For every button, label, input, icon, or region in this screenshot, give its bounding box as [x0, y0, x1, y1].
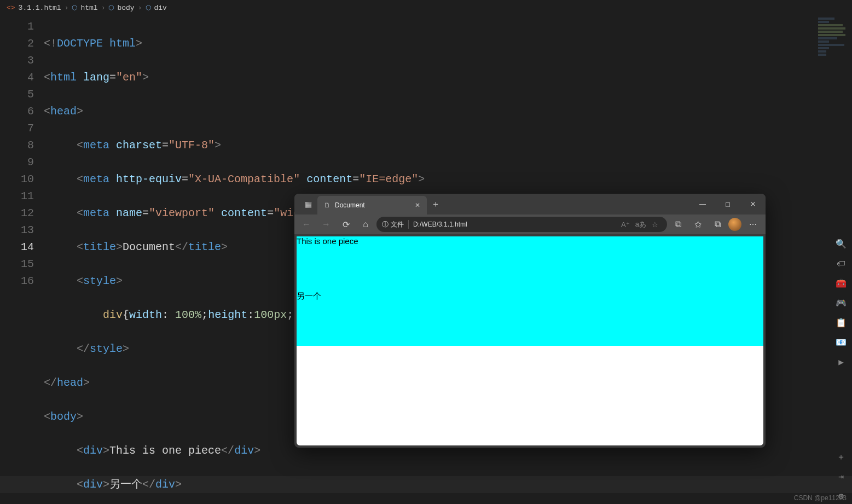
- more-menu-button[interactable]: ⋯: [744, 220, 762, 229]
- breadcrumb: <> 3.1.1.html › ⬡ html › ⬡ body › ⬡ div: [0, 0, 852, 15]
- breadcrumb-item[interactable]: html: [80, 4, 97, 12]
- browser-window: ▦ 🗋 Document ✕ ＋ ― ◻ ✕ ← → ⟳ ⌂ ⓘ 文件 D:/W…: [294, 194, 766, 448]
- search-icon[interactable]: 🔍: [836, 239, 847, 250]
- reader-icon[interactable]: A⁺: [621, 221, 630, 229]
- url-text: D:/WEB/3.1.1.html: [413, 221, 467, 228]
- refresh-button[interactable]: ⟳: [337, 216, 355, 233]
- tab-title: Document: [335, 201, 365, 209]
- minimize-button[interactable]: ―: [690, 194, 715, 215]
- tag-icon: ⬡: [146, 4, 151, 12]
- address-toolbar: ← → ⟳ ⌂ ⓘ 文件 D:/WEB/3.1.1.html A⁺ aあ ☆ ⧉…: [294, 215, 766, 234]
- maximize-button[interactable]: ◻: [715, 194, 740, 215]
- hide-sidebar-icon[interactable]: ⇥: [836, 471, 847, 482]
- browser-viewport[interactable]: This is one piece 另一个: [297, 236, 763, 445]
- browser-titlebar: ▦ 🗋 Document ✕ ＋ ― ◻ ✕: [294, 194, 766, 215]
- line-number-gutter: 1 2 3 4 5 6 7 8 9 10 11 12 13 14 15 16: [0, 15, 44, 504]
- outlook-icon[interactable]: 📧: [836, 337, 847, 348]
- add-icon[interactable]: ＋: [836, 451, 847, 462]
- youtube-icon[interactable]: ▶: [836, 357, 847, 368]
- forward-button: →: [317, 216, 335, 233]
- tag-icon: ⬡: [108, 4, 114, 12]
- office-icon[interactable]: 📋: [836, 317, 847, 328]
- page-div-2: 另一个: [297, 291, 763, 346]
- edge-sidebar: 🔍 🏷 🧰 🎮 📋 📧 ▶ ＋ ⇥ ⚙: [830, 230, 852, 502]
- shopping-icon[interactable]: 🏷: [836, 258, 847, 269]
- file-icon: <>: [7, 4, 15, 12]
- close-tab-icon[interactable]: ✕: [415, 201, 420, 209]
- profile-avatar[interactable]: [728, 218, 741, 231]
- active-line-highlight: [0, 476, 852, 493]
- translate-icon[interactable]: aあ: [635, 219, 646, 229]
- close-window-button[interactable]: ✕: [740, 194, 766, 215]
- page-icon: 🗋: [324, 201, 331, 209]
- tools-icon[interactable]: 🧰: [836, 278, 847, 289]
- new-tab-button[interactable]: ＋: [427, 194, 444, 215]
- home-button[interactable]: ⌂: [357, 216, 374, 233]
- collections-icon[interactable]: ⧉: [709, 216, 726, 233]
- tab-actions-icon[interactable]: ▦: [299, 194, 317, 215]
- breadcrumb-item[interactable]: body: [117, 4, 134, 12]
- extensions-icon[interactable]: ⧉: [669, 216, 687, 233]
- breadcrumb-item[interactable]: div: [154, 4, 167, 12]
- tag-icon: ⬡: [72, 4, 77, 12]
- favorites-icon[interactable]: ✩: [689, 216, 706, 233]
- file-label: 文件: [391, 220, 404, 229]
- back-button[interactable]: ←: [298, 216, 315, 233]
- breadcrumb-file[interactable]: 3.1.1.html: [19, 4, 61, 12]
- minimap[interactable]: [818, 18, 849, 56]
- page-div-1: This is one piece: [297, 236, 763, 291]
- info-icon[interactable]: ⓘ: [382, 220, 389, 229]
- browser-tab[interactable]: 🗋 Document ✕: [317, 196, 427, 215]
- watermark: CSDN @pe11223: [794, 494, 847, 502]
- favorite-icon[interactable]: ☆: [652, 221, 658, 229]
- games-icon[interactable]: 🎮: [836, 298, 847, 309]
- address-bar[interactable]: ⓘ 文件 D:/WEB/3.1.1.html A⁺ aあ ☆: [376, 217, 667, 232]
